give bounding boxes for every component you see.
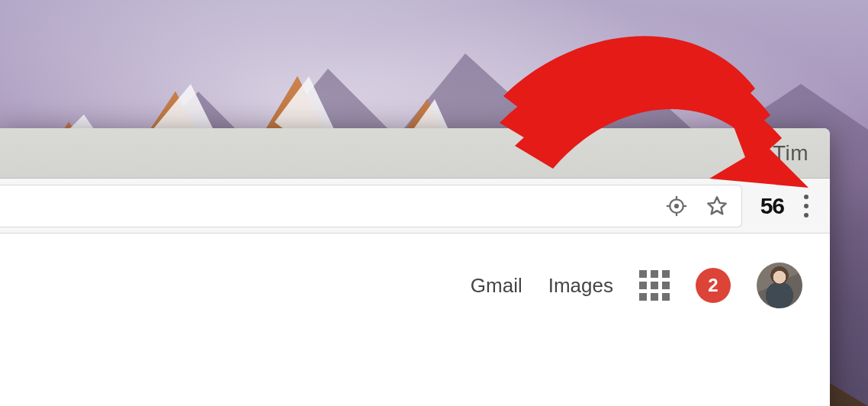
google-header-bar: Gmail Images 2 bbox=[471, 263, 802, 308]
address-bar[interactable] bbox=[0, 185, 742, 227]
google-apps-icon[interactable] bbox=[639, 270, 670, 301]
images-link[interactable]: Images bbox=[548, 274, 613, 298]
profile-name-label[interactable]: Tim bbox=[773, 141, 809, 166]
account-avatar[interactable] bbox=[757, 263, 802, 308]
bookmark-star-icon[interactable] bbox=[705, 194, 729, 218]
browser-window: Tim 56 bbox=[0, 128, 830, 406]
extension-count-badge[interactable]: 56 bbox=[756, 193, 789, 219]
browser-toolbar: 56 bbox=[0, 179, 830, 234]
gmail-link[interactable]: Gmail bbox=[471, 274, 522, 298]
toolbar-actions: 56 bbox=[742, 193, 830, 219]
location-target-icon[interactable] bbox=[665, 195, 688, 218]
notifications-badge[interactable]: 2 bbox=[696, 268, 731, 303]
chrome-menu-icon[interactable] bbox=[796, 195, 816, 218]
page-content: Gmail Images 2 bbox=[0, 234, 830, 406]
svg-point-1 bbox=[675, 205, 678, 208]
tab-strip: Tim bbox=[0, 128, 830, 179]
